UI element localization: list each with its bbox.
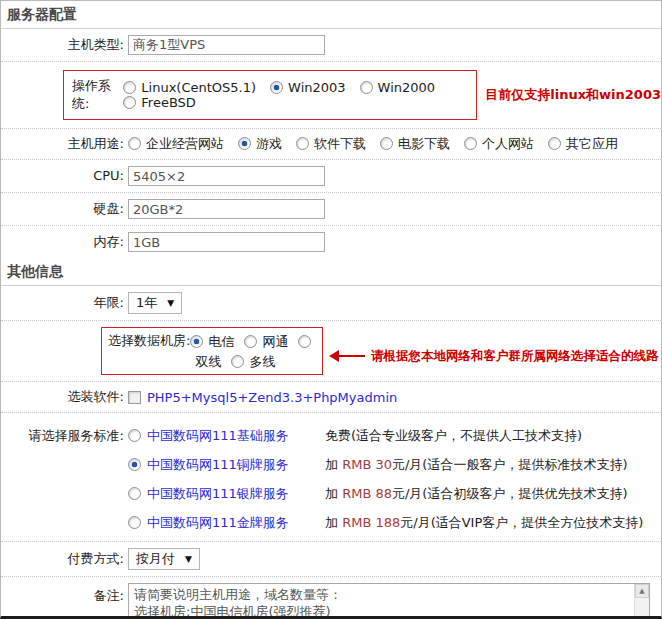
idc-radio-option[interactable]: 多线 (231, 354, 275, 369)
software-checkbox[interactable] (128, 391, 141, 404)
service-name-link[interactable]: 中国数码网111金牌服务 (147, 514, 325, 532)
disk-input[interactable] (128, 199, 325, 219)
radio-icon[interactable] (238, 137, 251, 150)
radio-icon[interactable] (231, 355, 244, 368)
radio-icon[interactable] (123, 96, 136, 109)
disk-label: 硬盘: (1, 200, 128, 218)
radio-icon[interactable] (190, 335, 203, 348)
usage-radio-option[interactable]: 个人网站 (464, 136, 534, 151)
idc-highlight-box: 选择数据机房: 电信网通双线多线 (101, 327, 323, 375)
radio-icon[interactable] (128, 429, 141, 442)
idc-radio-option[interactable]: 网通 (244, 334, 288, 349)
payment-select[interactable]: 按月付 ▼ (128, 548, 200, 570)
radio-label: 其它应用 (566, 136, 618, 151)
scroll-up-icon[interactable]: ▲ (635, 584, 649, 598)
radio-label: 多线 (249, 354, 275, 369)
service-option[interactable]: 中国数码网111金牌服务加 RMB 188元/月(适合VIP客户，提供全方位技术… (128, 508, 643, 537)
remark-textarea[interactable]: 请简要说明主机用途，域名数量等： 选择机房:中国电信机房(强烈推荐) ▲ ▼ (128, 583, 650, 619)
os-radio-option[interactable]: FreeBSD (123, 95, 196, 110)
arrow-left-icon (329, 350, 339, 362)
radio-icon[interactable] (244, 335, 257, 348)
radio-icon[interactable] (464, 137, 477, 150)
radio-label: 个人网站 (482, 136, 534, 151)
usage-radio-option[interactable]: 游戏 (238, 136, 282, 151)
radio-icon[interactable] (270, 81, 283, 94)
years-select-value: 1年 (136, 294, 157, 312)
usage-radio-option[interactable]: 其它应用 (548, 136, 618, 151)
radio-label: 软件下载 (314, 136, 366, 151)
cpu-input[interactable] (128, 166, 325, 186)
radio-icon[interactable] (128, 487, 141, 500)
radio-label: 网通 (262, 334, 288, 349)
software-label: 选装软件: (1, 388, 128, 406)
years-label: 年限: (1, 294, 128, 312)
service-standard-label: 请选择服务标准: (1, 421, 128, 445)
radio-icon[interactable] (128, 137, 141, 150)
section-title-server-config: 服务器配置 (1, 1, 661, 29)
usage-row: 主机用途: 企业经营网站游戏软件下载电影下载个人网站其它应用 (1, 129, 661, 160)
service-option[interactable]: 中国数码网111铜牌服务加 RMB 30元/月(适合一般客户，提供标准技术支持) (128, 450, 643, 479)
caret-down-icon: ▼ (185, 554, 192, 564)
radio-icon[interactable] (298, 335, 311, 348)
service-name-link[interactable]: 中国数码网111铜牌服务 (147, 456, 325, 474)
software-option-link[interactable]: PHP5+Mysql5+Zend3.3+PhpMyadmin (147, 390, 397, 405)
radio-label: Win2000 (378, 80, 436, 95)
os-label: 操作系统: (72, 77, 119, 113)
service-options-list: 中国数码网111基础服务免费(适合专业级客户，不提供人工技术支持)中国数码网11… (128, 421, 643, 537)
payment-label: 付费方式: (1, 550, 128, 568)
textarea-scrollbar[interactable]: ▲ ▼ (634, 584, 649, 619)
years-select[interactable]: 1年 ▼ (128, 292, 182, 314)
radio-label: Win2003 (288, 80, 346, 95)
radio-icon[interactable] (128, 516, 141, 529)
host-type-row: 主机类型: (1, 29, 661, 62)
radio-icon[interactable] (296, 137, 309, 150)
service-name-link[interactable]: 中国数码网111基础服务 (147, 427, 325, 445)
memory-input[interactable] (128, 232, 325, 252)
os-radio-option[interactable]: Linux(CentOS5.1) (123, 80, 256, 95)
service-option[interactable]: 中国数码网111基础服务免费(适合专业级客户，不提供人工技术支持) (128, 421, 643, 450)
service-standard-row: 请选择服务标准: 中国数码网111基础服务免费(适合专业级客户，不提供人工技术支… (1, 413, 661, 542)
radio-label: 游戏 (256, 136, 282, 151)
radio-icon[interactable] (123, 81, 136, 94)
idc-note: 请根据您本地网络和客户群所属网络选择适合的线路 (371, 348, 659, 365)
disk-row: 硬盘: (1, 193, 661, 226)
usage-radio-option[interactable]: 企业经营网站 (128, 136, 224, 151)
remark-line2: 选择机房:中国电信机房(强烈推荐) (134, 603, 629, 619)
idc-label: 选择数据机房: (108, 332, 190, 350)
callout-line (339, 355, 365, 357)
radio-icon[interactable] (128, 458, 141, 471)
os-radio-option[interactable]: Win2000 (360, 80, 436, 95)
cpu-row: CPU: (1, 160, 661, 193)
os-highlight-box: 操作系统: Linux(CentOS5.1)Win2003Win2000Free… (63, 70, 477, 120)
radio-icon[interactable] (360, 81, 373, 94)
cpu-label: CPU: (1, 167, 128, 185)
host-type-label: 主机类型: (1, 36, 128, 54)
memory-label: 内存: (1, 233, 128, 251)
radio-label: 电影下载 (398, 136, 450, 151)
remark-line1: 请简要说明主机用途，域名数量等： (134, 586, 629, 603)
os-note: 目前仅支持linux和win2003 (485, 86, 661, 104)
radio-label: 企业经营网站 (146, 136, 224, 151)
service-price-desc: 加 RMB 188元/月(适合VIP客户，提供全方位技术支持) (325, 514, 643, 532)
server-config-page: 服务器配置 主机类型: 操作系统: Linux(CentOS5.1)Win200… (0, 0, 662, 619)
radio-label: Linux(CentOS5.1) (141, 80, 256, 95)
payment-row: 付费方式: 按月付 ▼ (1, 542, 661, 577)
service-price-desc: 免费(适合专业级客户，不提供人工技术支持) (325, 427, 582, 445)
service-name-link[interactable]: 中国数码网111银牌服务 (147, 485, 325, 503)
remark-label: 备注: (1, 583, 128, 605)
usage-label: 主机用途: (1, 135, 128, 153)
idc-row: 选择数据机房: 电信网通双线多线 请根据您本地网络和客户群所属网络选择适合的线路 (1, 321, 661, 382)
idc-radio-option[interactable]: 电信 (190, 334, 234, 349)
usage-radio-option[interactable]: 软件下载 (296, 136, 366, 151)
remark-row: 备注: 请简要说明主机用途，域名数量等： 选择机房:中国电信机房(强烈推荐) ▲… (1, 577, 661, 619)
service-option[interactable]: 中国数码网111银牌服务加 RMB 88元/月(适合初级客户，提供优先技术支持) (128, 479, 643, 508)
section-title-other-info: 其他信息 (1, 258, 661, 286)
usage-radio-option[interactable]: 电影下载 (380, 136, 450, 151)
host-type-input[interactable] (128, 35, 325, 55)
usage-radio-group: 企业经营网站游戏软件下载电影下载个人网站其它应用 (128, 135, 632, 153)
idc-note-callout: 请根据您本地网络和客户群所属网络选择适合的线路 (329, 348, 659, 365)
radio-icon[interactable] (380, 137, 393, 150)
radio-label: 电信 (208, 334, 234, 349)
radio-icon[interactable] (548, 137, 561, 150)
os-radio-option[interactable]: Win2003 (270, 80, 346, 95)
